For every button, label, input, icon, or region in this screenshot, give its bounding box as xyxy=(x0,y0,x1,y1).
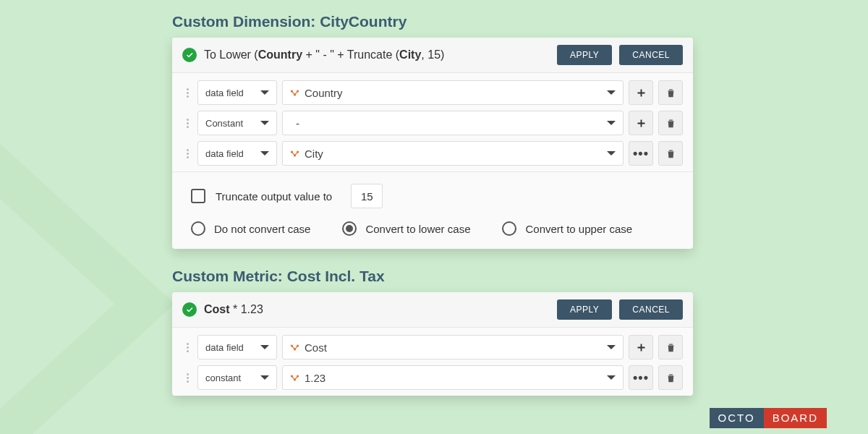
delete-row-button[interactable] xyxy=(658,335,683,359)
metric-formula: Cost * 1.23 xyxy=(204,303,550,316)
chevron-down-icon xyxy=(607,345,616,349)
logo-right: BOARD xyxy=(764,408,827,428)
formula-row: constant 1.23 ••• xyxy=(182,365,683,390)
chevron-down-icon xyxy=(607,121,616,125)
type-select[interactable]: data field xyxy=(197,335,277,359)
datasource-icon xyxy=(290,373,299,383)
type-label: data field xyxy=(205,148,244,159)
type-select[interactable]: data field xyxy=(197,141,277,166)
trash-icon xyxy=(665,373,676,383)
plus-icon xyxy=(636,342,647,353)
delete-row-button[interactable] xyxy=(658,80,683,105)
delete-row-button[interactable] xyxy=(658,141,683,166)
value-label: Country xyxy=(305,87,343,99)
formula-row: Constant - xyxy=(182,111,683,135)
radio-no-convert[interactable]: Do not convert case xyxy=(191,221,310,236)
radio-icon xyxy=(342,221,357,236)
apply-button[interactable]: APPLY xyxy=(557,45,612,65)
datasource-icon xyxy=(290,343,299,352)
chevron-down-icon xyxy=(260,151,269,156)
truncate-row: Truncate output value to xyxy=(191,184,674,208)
cancel-button[interactable]: CANCEL xyxy=(619,45,683,65)
chevron-down-icon xyxy=(260,345,269,349)
formula-row: data field Country xyxy=(182,80,683,105)
value-label: Cost xyxy=(305,341,327,354)
check-icon xyxy=(182,48,197,62)
trash-icon xyxy=(665,118,676,129)
add-row-button[interactable] xyxy=(629,111,653,135)
trash-icon xyxy=(665,342,676,353)
more-options-button[interactable]: ••• xyxy=(629,365,653,390)
dimension-title: Custom Dimension: CityCountry xyxy=(172,13,693,30)
metric-card: Cost * 1.23 APPLY CANCEL data field Cost xyxy=(172,292,693,396)
more-options-button[interactable]: ••• xyxy=(629,141,653,166)
dimension-formula: To Lower (Country + " - " + Truncate (Ci… xyxy=(204,48,550,61)
type-label: constant xyxy=(205,373,241,383)
dimension-header: To Lower (Country + " - " + Truncate (Ci… xyxy=(172,38,693,73)
delete-row-button[interactable] xyxy=(658,365,683,390)
value-label: 1.23 xyxy=(305,372,326,384)
apply-button[interactable]: APPLY xyxy=(557,299,612,320)
trash-icon xyxy=(665,88,676,98)
value-select[interactable]: Country xyxy=(282,80,624,105)
plus-icon xyxy=(636,88,647,98)
type-select[interactable]: constant xyxy=(197,365,277,390)
drag-handle-icon[interactable] xyxy=(182,80,192,105)
check-icon xyxy=(182,302,197,317)
chevron-down-icon xyxy=(607,90,616,95)
value-select[interactable]: City xyxy=(282,141,624,166)
truncate-label: Truncate output value to xyxy=(216,190,332,203)
add-row-button[interactable] xyxy=(629,335,653,359)
metric-rows: data field Cost xyxy=(172,328,693,396)
cancel-button[interactable]: CANCEL xyxy=(619,299,683,320)
truncate-checkbox[interactable] xyxy=(191,189,205,203)
logo-left: OCTO xyxy=(710,408,764,428)
radio-label: Convert to lower case xyxy=(365,223,470,235)
type-label: data field xyxy=(205,342,244,353)
drag-handle-icon[interactable] xyxy=(182,111,192,135)
radio-upper[interactable]: Convert to upper case xyxy=(502,221,632,236)
metric-title: Custom Metric: Cost Incl. Tax xyxy=(172,268,693,285)
value-label: City xyxy=(305,148,323,160)
value-select[interactable]: - xyxy=(282,111,624,135)
delete-row-button[interactable] xyxy=(658,111,683,135)
chevron-down-icon xyxy=(260,121,269,125)
value-select[interactable]: 1.23 xyxy=(282,365,624,390)
drag-handle-icon[interactable] xyxy=(182,335,192,359)
metric-header: Cost * 1.23 APPLY CANCEL xyxy=(172,292,693,328)
logo: OCTO BOARD xyxy=(710,408,827,428)
drag-handle-icon[interactable] xyxy=(182,365,192,390)
trash-icon xyxy=(665,148,676,159)
type-select[interactable]: Constant xyxy=(197,111,277,135)
radio-label: Convert to upper case xyxy=(525,223,632,235)
chevron-down-icon xyxy=(607,375,616,380)
chevron-down-icon xyxy=(607,151,616,156)
truncate-input[interactable] xyxy=(351,184,383,208)
value-select[interactable]: Cost xyxy=(282,335,624,359)
formula-row: data field Cost xyxy=(182,335,683,359)
value-label: - xyxy=(290,117,299,129)
datasource-icon xyxy=(290,88,299,98)
type-label: data field xyxy=(205,88,244,98)
type-label: Constant xyxy=(205,118,243,129)
radio-lower[interactable]: Convert to lower case xyxy=(342,221,470,236)
add-row-button[interactable] xyxy=(629,80,653,105)
radio-icon xyxy=(191,221,205,236)
dimension-card: To Lower (Country + " - " + Truncate (Ci… xyxy=(172,38,693,249)
dimension-rows: data field Country xyxy=(172,73,693,172)
chevron-down-icon xyxy=(260,375,269,380)
datasource-icon xyxy=(290,149,299,158)
radio-icon xyxy=(502,221,516,236)
case-radio-group: Do not convert case Convert to lower cas… xyxy=(191,221,674,236)
formula-row: data field City ••• xyxy=(182,141,683,166)
chevron-down-icon xyxy=(260,90,269,95)
drag-handle-icon[interactable] xyxy=(182,141,192,166)
output-settings: Truncate output value to Do not convert … xyxy=(172,172,693,249)
radio-label: Do not convert case xyxy=(214,223,310,235)
plus-icon xyxy=(636,118,647,129)
type-select[interactable]: data field xyxy=(197,80,277,105)
